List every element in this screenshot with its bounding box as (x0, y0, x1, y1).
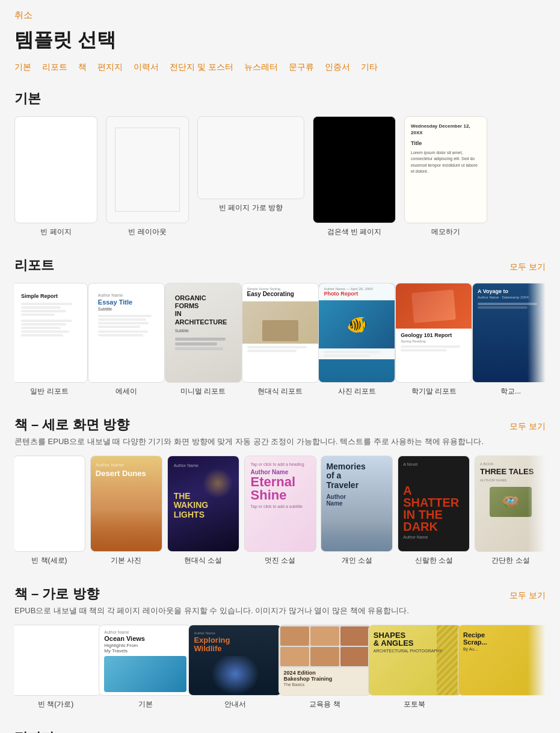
tt-author: AUTHOR NAME (480, 478, 541, 482)
book-landscape-subtitle: EPUB으로 내보낼 때 책의 각 페이지 레이아웃을 유지할 수 있습니다. … (14, 605, 546, 616)
template-item-bakeshop[interactable]: 2024 EditionBakeshop Training The Basics… (284, 625, 366, 710)
template-thumb-shapes-angles: SHAPES& ANGLES ARCHITECTURAL PHOTOGRAPHY (368, 625, 461, 696)
template-item-eternal-shine[interactable]: Tap or click to add a heading Author Nam… (245, 456, 315, 566)
template-label-memories: 개인 소설 (342, 555, 372, 566)
template-item-minimal-report[interactable]: ORGANIC FORMSIN ARCHITECTURE Subtitle 미니… (168, 283, 238, 397)
template-item-shapes-angles[interactable]: SHAPES& ANGLES ARCHITECTURAL PHOTOGRAPHY… (374, 625, 456, 710)
nav-tab-basic[interactable]: 기본 (14, 62, 31, 73)
template-item-memo[interactable]: Wednesday December 12, 20XX Title Lorem … (404, 116, 487, 237)
template-label-black-page: 검은색 빈 페이지 (327, 227, 382, 237)
cancel-button[interactable]: 취소 (14, 10, 32, 21)
template-label-blank-layout: 빈 레이아웃 (128, 227, 166, 237)
ov-author: Author Name (104, 630, 186, 634)
template-thumb-partial-book: RecipeScrap... By Au... (458, 625, 546, 696)
template-label-voyage-report: 학교... (500, 386, 521, 397)
template-item-blank-page[interactable]: 빈 페이지 (14, 116, 97, 237)
section-basic-title: 기본 (14, 90, 41, 108)
template-item-desert-dunes[interactable]: Author Name Desert Dunes 기본 사진 (91, 456, 161, 566)
template-item-blank-layout[interactable]: 빈 레이아웃 (106, 116, 189, 237)
report-see-all[interactable]: 모두 보기 (509, 262, 546, 273)
book-portrait-row: 빈 책(세로) Author Name Desert Dunes 기본 사진 A… (14, 456, 546, 566)
sa-sub: ARCHITECTURAL PHOTOGRAPHY (374, 649, 456, 653)
ov-title: Ocean Views (104, 635, 186, 642)
template-thumb-eternal-shine: Tap or click to add a heading Author Nam… (244, 456, 316, 552)
book-portrait-see-all[interactable]: 모두 보기 (509, 421, 546, 432)
template-item-blank-landscape[interactable]: 빈 페이지 가로 방향 (197, 116, 304, 237)
template-thumb-essay-report: Author Name Essay Title Subtitle (88, 283, 165, 383)
memo-thumb-content: Wednesday December 12, 20XX Title Lorem … (405, 117, 487, 223)
template-thumb-bakeshop: 2024 EditionBakeshop Training The Basics (278, 625, 372, 696)
pb-author: By Au... (463, 647, 546, 651)
wl-author: Author Name (174, 463, 233, 468)
section-book-landscape: 책 – 가로 방향 모두 보기 EPUB으로 내보낼 때 책의 각 페이지 레이… (14, 585, 546, 710)
nav-tab-report[interactable]: 리포트 (42, 62, 67, 73)
template-label-shatter-dark: 신랄한 소설 (415, 555, 453, 566)
template-label-simple-report: 일반 리포트 (30, 386, 68, 397)
nav-tab-flyer[interactable]: 전단지 및 포스터 (170, 62, 233, 73)
template-item-term-report[interactable]: Geology 101 Report Spring Reading 학기말 리포… (399, 283, 469, 397)
section-book-landscape-header: 책 – 가로 방향 모두 보기 (14, 585, 546, 603)
pb-title: RecipeScrap... (463, 631, 546, 646)
template-item-essay-report[interactable]: Author Name Essay Title Subtitle 에세이 (91, 283, 161, 397)
template-label-minimal-report: 미니멀 리포트 (180, 386, 226, 397)
ew-author: Author Name (194, 631, 276, 635)
section-letter: 편지지 모두 보기 Your Name (14, 729, 546, 733)
sd-author2: Author Name (403, 535, 464, 539)
section-book-portrait-title: 책 – 세로 화면 방향 (14, 416, 129, 434)
template-item-exploring-wildlife[interactable]: Author Name ExploringWildlife 안내서 (194, 625, 276, 710)
template-label-blank-book: 빈 책(세로) (31, 555, 67, 566)
nav-tab-book[interactable]: 책 (78, 62, 87, 73)
template-thumb-photo-report: Author Name — April 26, 2000 Photo Repor… (318, 283, 395, 383)
tt-image: 🪺 (480, 487, 541, 517)
es-title: EternalShine (251, 475, 310, 502)
bs-text: 2024 EditionBakeshop Training The Basics (279, 667, 371, 689)
template-item-partial-book[interactable]: RecipeScrap... By Au... (463, 625, 546, 699)
template-item-photo-report[interactable]: Author Name — April 26, 2000 Photo Repor… (322, 283, 392, 397)
book-landscape-see-all[interactable]: 모두 보기 (509, 590, 546, 601)
tt-sup: A BOOK (480, 462, 541, 466)
book-landscape-row: 빈 책(가로) Author Name Ocean Views Highligh… (14, 625, 546, 710)
nav-tab-other[interactable]: 기타 (361, 62, 378, 73)
nav-tab-letter[interactable]: 편지지 (97, 62, 123, 73)
template-thumb-blank-landscape-book (14, 625, 102, 696)
template-item-blank-book[interactable]: 빈 책(세로) (14, 456, 84, 566)
sd-author: A Novel (403, 462, 464, 466)
template-label-desert-dunes: 기본 사진 (111, 555, 141, 566)
template-item-memories[interactable]: Memoriesof aTraveler AuthorName 개인 소설 (322, 456, 392, 566)
tt-title: THREE TALES (480, 467, 541, 476)
ov-image (104, 656, 186, 692)
section-letter-header: 편지지 모두 보기 (14, 729, 546, 733)
nav-tab-cert[interactable]: 인증서 (325, 62, 350, 73)
template-thumb-exploring-wildlife: Author Name ExploringWildlife (188, 625, 282, 696)
basic-template-row: 빈 페이지 빈 레이아웃 빈 페이지 가로 방향 검은색 빈 페이지 (14, 116, 546, 237)
ov-sub: Highlights FromMy Travels (104, 643, 186, 654)
template-item-simple-report[interactable]: Simple Report 일반 리포트 (14, 283, 84, 397)
report-template-row: Simple Report 일반 리포트 (14, 283, 546, 397)
template-thumb-desert-dunes: Author Name Desert Dunes (90, 456, 162, 552)
template-item-voyage-report[interactable]: A Voyage to Author Name · Datestamp 200X… (476, 283, 546, 397)
template-thumb-memories: Memoriesof aTraveler AuthorName (321, 456, 393, 552)
es-sub: Tap or click to add a subtitle (251, 504, 310, 509)
section-book-portrait: 책 – 세로 화면 방향 모두 보기 콘텐츠를 EPUB으로 내보낼 때 다양한… (14, 416, 546, 566)
template-thumb-black-page (313, 116, 396, 223)
template-item-black-page[interactable]: 검은색 빈 페이지 (313, 116, 396, 237)
template-label-memo: 메모하기 (431, 227, 460, 237)
nav-tab-resume[interactable]: 이력서 (134, 62, 159, 73)
nav-tab-newsletter[interactable]: 뉴스레터 (244, 62, 278, 73)
template-item-three-tales[interactable]: A BOOK THREE TALES AUTHOR NAME 🪺 간단한 소설 (476, 456, 546, 566)
template-item-waking-lights[interactable]: Author Name THEWAKINGLIGHTS 현대식 소설 (168, 456, 238, 566)
sd-title: ASHATTERIN THEDARK (403, 484, 464, 533)
template-thumb-blank-layout (106, 116, 189, 223)
template-item-blank-landscape-book[interactable]: 빈 책(가로) (14, 625, 97, 710)
template-label-blank-page: 빈 페이지 (40, 227, 71, 237)
template-item-modern-report[interactable]: Simple Home Styling Easy Decorating 현대식 … (245, 283, 315, 397)
template-label-bakeshop: 교육용 책 (309, 699, 340, 710)
template-thumb-blank (14, 116, 97, 223)
template-item-shatter-dark[interactable]: A Novel ASHATTERIN THEDARK Author Name 신… (399, 456, 469, 566)
section-book-portrait-header: 책 – 세로 화면 방향 모두 보기 (14, 416, 546, 434)
template-item-ocean-views[interactable]: Author Name Ocean Views Highlights FromM… (104, 625, 186, 710)
section-book-landscape-title: 책 – 가로 방향 (14, 585, 99, 603)
nav-tab-stationery[interactable]: 문구류 (289, 62, 314, 73)
sa-title: SHAPES& ANGLES (374, 631, 456, 647)
template-thumb-simple-report: Simple Report (14, 283, 88, 383)
